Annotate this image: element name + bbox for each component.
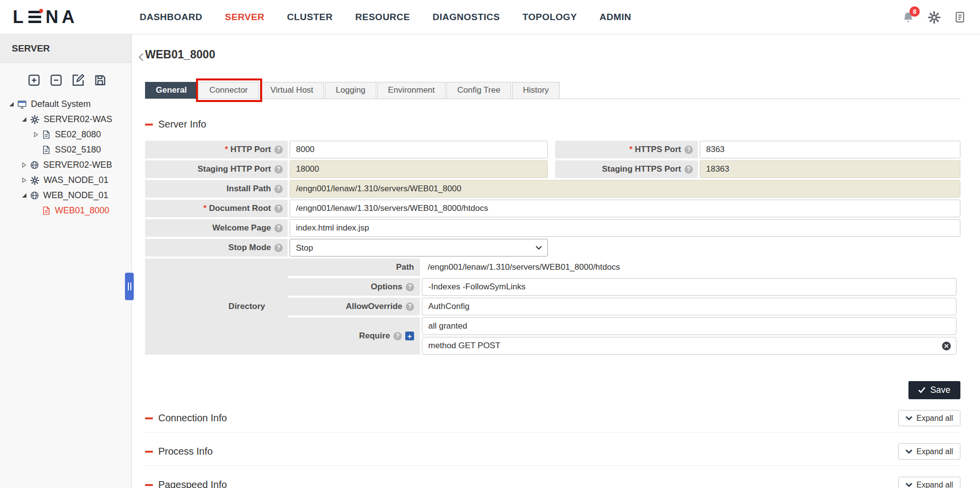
tree-expander-collapsed-icon[interactable] [31, 132, 40, 137]
tree-expander-expanded-icon[interactable] [20, 117, 28, 122]
directory-require-label: Require [288, 317, 420, 355]
logo-letter-l: L [13, 7, 27, 27]
nav-dashboard[interactable]: DASHBOARD [140, 12, 202, 23]
directory-group: Directory Path /engn001/lenaw/1.310/serv… [145, 258, 960, 355]
tab-environment[interactable]: Environment [377, 82, 445, 99]
nav-resource[interactable]: RESOURCE [355, 12, 410, 23]
section-dash-icon [145, 451, 153, 453]
directory-path-label: Path [288, 258, 420, 276]
remove-require-icon[interactable] [941, 341, 952, 351]
require-input-1[interactable] [422, 317, 956, 335]
tree-node-label: WAS_NODE_01 [44, 175, 108, 185]
http-port-input[interactable] [290, 141, 548, 158]
notification-bell-icon[interactable]: 8 [902, 11, 915, 24]
https-port-input[interactable] [700, 141, 960, 158]
help-icon[interactable] [685, 165, 693, 174]
tab-virtual-host[interactable]: Virtual Host [260, 82, 324, 99]
help-icon[interactable] [274, 224, 283, 232]
expand-all-button-process[interactable]: Expand all [898, 443, 960, 460]
help-icon[interactable] [685, 146, 693, 154]
tab-history[interactable]: History [512, 82, 560, 99]
server-tree: Default System SERVER02-WAS SE02_8080 [0, 97, 131, 218]
welcome-page-input[interactable] [290, 219, 960, 237]
help-icon[interactable] [274, 205, 283, 213]
globe-icon [30, 160, 39, 170]
tree-item-server02-web[interactable]: SERVER02-WEB [0, 157, 131, 173]
section-dash-icon [145, 124, 153, 126]
tree-item-web-node-01[interactable]: WEB_NODE_01 [0, 188, 131, 203]
help-icon[interactable] [406, 283, 414, 291]
tree-node-label: SERVER02-WAS [44, 114, 112, 125]
connection-info-section: Connection Info Expand all [145, 410, 960, 433]
pagespeed-info-section: Pagespeed Info Expand all [145, 477, 960, 488]
install-path-input[interactable] [290, 180, 960, 198]
tree-expander-expanded-icon[interactable] [20, 193, 28, 198]
tree-node-label: SS02_5180 [55, 145, 101, 155]
logo-red-dot [39, 9, 43, 13]
stop-mode-select[interactable]: Stop [290, 239, 548, 257]
nav-topology[interactable]: TOPOLOGY [522, 12, 577, 23]
tree-expander-collapsed-icon[interactable] [20, 178, 28, 183]
tree-expander-expanded-icon[interactable] [7, 102, 16, 107]
edit-node-icon[interactable] [72, 74, 85, 87]
tree-item-se02-8080[interactable]: SE02_8080 [0, 127, 131, 142]
directory-allowoverride-input[interactable] [422, 298, 956, 315]
settings-gear-icon[interactable] [928, 11, 941, 24]
tree-toolbar [0, 63, 131, 92]
tree-node-label: Default System [31, 99, 91, 109]
tree-item-ss02-5180[interactable]: SS02_5180 [0, 142, 131, 157]
sidebar-title: SERVER [0, 34, 131, 63]
staging-https-port-input[interactable] [700, 160, 960, 178]
tree-node-label: SE02_8080 [55, 129, 101, 140]
tree-item-was-node-01[interactable]: WAS_NODE_01 [0, 173, 131, 188]
save-button[interactable]: Save [908, 381, 960, 399]
help-icon[interactable] [274, 185, 283, 193]
nav-cluster[interactable]: CLUSTER [287, 12, 333, 23]
staging-http-port-input[interactable] [290, 160, 548, 178]
remove-node-icon[interactable] [49, 74, 63, 87]
gear-icon [30, 176, 40, 185]
add-require-icon[interactable] [405, 332, 414, 340]
process-info-section: Process Info Expand all [145, 443, 960, 466]
manual-book-icon[interactable] [954, 11, 966, 24]
tree-expander-collapsed-icon[interactable] [20, 162, 28, 168]
tab-connector[interactable]: Connector [198, 82, 258, 99]
help-icon[interactable] [393, 332, 402, 340]
page-title: WEB01_8000 [145, 34, 960, 61]
save-tree-icon[interactable] [94, 74, 107, 87]
lena-e-icon [28, 11, 41, 24]
server-doc-icon [42, 145, 51, 154]
tree-item-default-system[interactable]: Default System [0, 97, 131, 112]
document-root-input[interactable] [290, 200, 960, 217]
directory-options-input[interactable] [422, 278, 956, 296]
section-dash-icon [145, 484, 153, 486]
notification-count-badge: 8 [909, 6, 920, 17]
expand-all-button-connection[interactable]: Expand all [898, 410, 960, 426]
tree-item-web01-8000[interactable]: WEB01_8000 [0, 203, 131, 218]
require-input-2[interactable] [422, 337, 956, 355]
lena-logo: L NA [13, 7, 78, 27]
help-icon[interactable] [274, 244, 283, 252]
staging-https-port-label: Staging HTTPS Port [555, 160, 698, 178]
tab-general[interactable]: General [145, 82, 197, 99]
directory-path-value: /engn001/lenaw/1.310/servers/WEB01_8000/… [422, 262, 620, 272]
tab-config-tree[interactable]: Config Tree [446, 82, 511, 99]
nav-admin[interactable]: ADMIN [600, 12, 632, 23]
nav-server[interactable]: SERVER [225, 12, 265, 23]
server-sidebar: SERVER Default System [0, 34, 132, 488]
sidebar-collapse-handle[interactable] [125, 273, 134, 300]
directory-allowoverride-label: AllowOverride [288, 298, 420, 315]
chevron-left-icon[interactable] [137, 51, 146, 63]
tree-item-server02-was[interactable]: SERVER02-WAS [0, 112, 131, 127]
expand-all-button-pagespeed[interactable]: Expand all [898, 477, 960, 488]
help-icon[interactable] [274, 146, 283, 154]
logo-letters-na: NA [46, 7, 78, 27]
tab-logging[interactable]: Logging [325, 82, 376, 99]
help-icon[interactable] [274, 165, 283, 174]
tab-bar: General Connector Virtual Host Logging E… [145, 82, 960, 99]
nav-diagnostics[interactable]: DIAGNOSTICS [433, 12, 500, 23]
help-icon[interactable] [406, 303, 414, 311]
add-node-icon[interactable] [27, 74, 41, 87]
stop-mode-label: Stop Mode [145, 239, 288, 257]
staging-http-port-label: Staging HTTP Port [145, 160, 288, 178]
